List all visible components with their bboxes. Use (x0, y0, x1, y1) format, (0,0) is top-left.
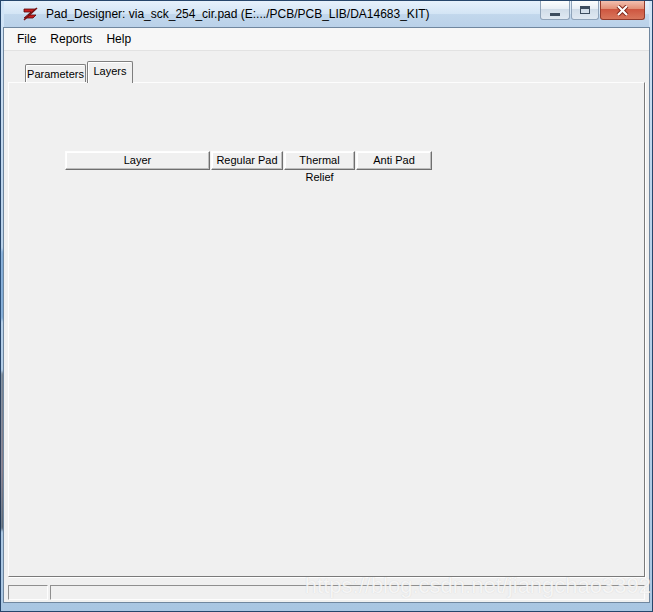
layer-table-header: LayerRegular PadThermal ReliefAnti Pad (65, 151, 432, 170)
menu-reports[interactable]: Reports (43, 28, 99, 50)
menu-help[interactable]: Help (99, 28, 138, 50)
pad-designer-app-icon (22, 6, 39, 23)
window-title: Pad_Designer: via_sck_254_cir.pad (E:...… (46, 7, 430, 21)
pad-designer-window: Pad_Designer: via_sck_254_cir.pad (E:...… (0, 0, 653, 612)
titlebar[interactable]: Pad_Designer: via_sck_254_cir.pad (E:...… (4, 1, 649, 27)
tab-layers[interactable]: Layers (87, 61, 133, 83)
client-area: File Reports Help Parameters Layers Pads… (4, 28, 649, 602)
status-panel-left (8, 585, 48, 600)
menu-file[interactable]: File (10, 28, 43, 50)
maximize-icon[interactable] (571, 1, 599, 20)
minimize-icon[interactable] (540, 1, 570, 20)
tab-parameters[interactable]: Parameters (25, 64, 86, 82)
column-header-anti-pad[interactable]: Anti Pad (356, 151, 432, 170)
menubar: File Reports Help (4, 28, 649, 51)
close-icon[interactable] (600, 1, 645, 20)
column-header-thermal-relief[interactable]: Thermal Relief (284, 151, 355, 170)
watermark: https://blog.csdn.net/jiangchao3392 (305, 573, 651, 599)
column-header-regular-pad[interactable]: Regular Pad (211, 151, 283, 170)
column-header-layer[interactable]: Layer (65, 151, 210, 170)
